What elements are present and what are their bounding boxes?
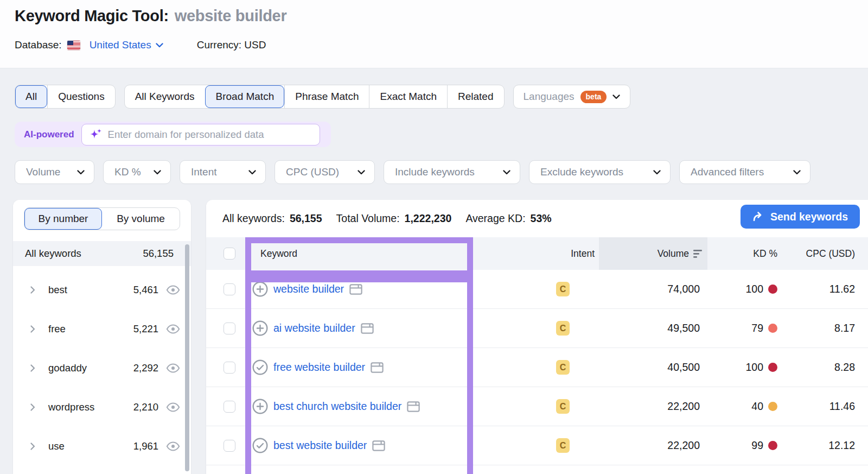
- send-keywords-button[interactable]: Send keywords: [741, 205, 860, 229]
- all-keywords-group-row[interactable]: All keywords 56,155: [13, 241, 191, 266]
- group-label: use: [48, 440, 65, 452]
- match-type-group: All Keywords Broad Match Phrase Match Ex…: [124, 85, 505, 109]
- tab-all[interactable]: All: [15, 85, 47, 108]
- serp-preview-icon[interactable]: [407, 401, 420, 412]
- kd-filter-dropdown[interactable]: KD %: [103, 160, 171, 184]
- tab-phrase-match[interactable]: Phrase Match: [284, 85, 369, 108]
- tab-by-number[interactable]: By number: [24, 208, 102, 230]
- group-label: wordpress: [48, 401, 94, 413]
- table-row: best website builder C 22,200 99 12.12: [206, 426, 868, 465]
- database-selector[interactable]: United States: [62, 39, 163, 51]
- searched-query: website builder: [175, 7, 287, 25]
- keyword-link[interactable]: website builder: [273, 283, 344, 295]
- tab-related[interactable]: Related: [447, 85, 504, 108]
- filter-label: Exclude keywords: [540, 166, 623, 178]
- languages-dropdown[interactable]: Languages beta: [513, 85, 631, 109]
- filters-toolbar: Volume KD % Intent CPC (USD) Include key…: [15, 160, 810, 184]
- keyword-link[interactable]: best website builder: [273, 439, 367, 452]
- average-kd-value: 53%: [531, 212, 552, 225]
- tab-exact-match[interactable]: Exact Match: [369, 85, 447, 108]
- tab-all-keywords[interactable]: All Keywords: [125, 85, 205, 108]
- exclude-keywords-dropdown[interactable]: Exclude keywords: [529, 160, 671, 184]
- include-keywords-dropdown[interactable]: Include keywords: [384, 160, 520, 184]
- select-all-checkbox[interactable]: [224, 248, 235, 260]
- volume-value: 49,500: [599, 322, 707, 334]
- page-title: Keyword Magic Tool: website builder: [15, 7, 286, 25]
- table-header-row: Keyword Intent Volume KD % CPC (USD): [206, 237, 868, 270]
- keyword-groups-sidebar: By number By volume All keywords 56,155 …: [13, 200, 191, 474]
- serp-preview-icon[interactable]: [361, 323, 374, 334]
- domain-input[interactable]: [108, 129, 313, 141]
- eye-icon[interactable]: [166, 324, 180, 334]
- row-checkbox[interactable]: [224, 362, 235, 374]
- keyword-added-icon[interactable]: [252, 359, 268, 375]
- send-keywords-label: Send keywords: [770, 211, 848, 223]
- row-checkbox[interactable]: [224, 440, 235, 452]
- eye-icon[interactable]: [166, 441, 180, 451]
- eye-icon[interactable]: [166, 402, 180, 412]
- intent-badge-commercial: C: [556, 360, 570, 375]
- table-row: website builder C 74,000 100 11.62: [206, 270, 868, 309]
- chevron-down-icon: [612, 94, 620, 99]
- filter-label: KD %: [114, 166, 141, 178]
- keyword-added-icon[interactable]: [252, 438, 268, 453]
- eye-icon[interactable]: [166, 363, 180, 373]
- row-checkbox[interactable]: [224, 323, 235, 334]
- volume-value: 22,200: [599, 439, 707, 452]
- intent-badge-commercial: C: [556, 282, 570, 296]
- filter-label: Intent: [191, 166, 217, 178]
- cpc-filter-dropdown[interactable]: CPC (USD): [275, 160, 375, 184]
- chevron-down-icon: [503, 170, 510, 175]
- column-header-keyword: Keyword: [260, 248, 297, 260]
- serp-preview-icon[interactable]: [349, 284, 362, 295]
- column-header-volume[interactable]: Volume: [599, 237, 707, 270]
- group-label: free: [48, 323, 66, 335]
- page-header: Keyword Magic Tool: website builder Data…: [0, 0, 868, 68]
- sort-descending-icon: [693, 249, 705, 258]
- advanced-filters-dropdown[interactable]: Advanced filters: [679, 160, 810, 184]
- chevron-right-icon: [30, 286, 35, 294]
- chevron-down-icon: [156, 43, 163, 48]
- filter-label: CPC (USD): [286, 166, 339, 178]
- eye-icon[interactable]: [166, 285, 180, 295]
- serp-preview-icon[interactable]: [371, 362, 384, 373]
- tab-broad-match[interactable]: Broad Match: [205, 85, 285, 108]
- keyword-link[interactable]: free website builder: [273, 361, 365, 374]
- add-keyword-icon[interactable]: [252, 281, 268, 297]
- keywords-table-panel: All keywords: 56,155 Total Volume: 1,222…: [206, 200, 868, 474]
- keyword-group-row-godaddy[interactable]: godaddy 2,292: [13, 349, 191, 388]
- add-keyword-icon[interactable]: [252, 399, 268, 414]
- keyword-link[interactable]: ai website builder: [273, 322, 355, 334]
- add-keyword-icon[interactable]: [252, 320, 268, 336]
- keyword-link[interactable]: best church website builder: [273, 400, 401, 413]
- filter-label: Include keywords: [395, 166, 475, 178]
- kd-value: 79: [751, 322, 763, 334]
- sidebar-scrollbar[interactable]: [185, 244, 189, 471]
- intent-badge-commercial: C: [556, 399, 570, 414]
- keyword-group-row-best[interactable]: best 5,461: [13, 270, 191, 309]
- question-filter-group: All Questions: [15, 85, 116, 109]
- keyword-group-row-use[interactable]: use 1,961: [13, 427, 191, 466]
- keyword-group-row-free[interactable]: free 5,221: [13, 309, 191, 349]
- row-checkbox[interactable]: [224, 401, 235, 413]
- group-label: godaddy: [48, 362, 87, 374]
- cpc-value: 11.62: [781, 283, 868, 295]
- serp-preview-icon[interactable]: [372, 440, 385, 451]
- intent-filter-dropdown[interactable]: Intent: [180, 160, 266, 184]
- us-flag-icon: [67, 41, 80, 50]
- sidebar-sort-tabs: By number By volume: [24, 207, 180, 230]
- kd-value: 40: [751, 400, 763, 413]
- total-volume-label: Total Volume:: [336, 212, 400, 225]
- cpc-value: 12.12: [781, 439, 868, 452]
- tool-title: Keyword Magic Tool:: [15, 7, 169, 25]
- kd-value: 100: [745, 283, 763, 295]
- group-count: 1,961: [133, 440, 158, 452]
- group-label: All keywords: [25, 248, 81, 260]
- tab-questions[interactable]: Questions: [47, 85, 115, 108]
- keyword-group-row-wordpress[interactable]: wordpress 2,210: [13, 388, 191, 427]
- cpc-value: 8.17: [781, 322, 868, 334]
- sparkle-icon: [88, 127, 103, 142]
- row-checkbox[interactable]: [224, 283, 235, 295]
- volume-filter-dropdown[interactable]: Volume: [15, 160, 94, 184]
- tab-by-volume[interactable]: By volume: [102, 208, 180, 230]
